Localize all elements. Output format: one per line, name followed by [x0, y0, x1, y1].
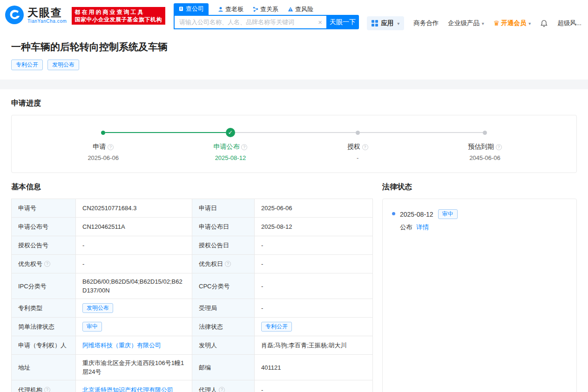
field-label: 授权公告日 — [192, 236, 255, 254]
field-label: 优先权日 ? — [192, 255, 255, 273]
step-label: 申请公布 — [213, 143, 239, 151]
info-icon[interactable]: ? — [44, 261, 50, 267]
field-label: CPC分类号 — [192, 273, 255, 299]
field-value-simple-legal-status: 审中 — [76, 318, 192, 336]
tab-search-risk[interactable]: 查风险 — [288, 5, 313, 15]
menu-item-enterprise[interactable]: 企业级产品 ▾ — [448, 19, 484, 27]
table-row: 授权公告号 - 授权公告日 - — [12, 236, 372, 255]
table-row: 优先权号 ? - 优先权日 ? - — [12, 255, 372, 273]
field-label: 简单法律状态 — [12, 318, 76, 336]
search-button[interactable]: 天眼一下 — [326, 15, 359, 29]
slogan-line-1: 都在用的商业查询工具 — [75, 8, 162, 16]
step-date: - — [357, 154, 358, 161]
table-row: 代理机构 ? 北京派特恩知识产权代理有限公司 代理人 ? - — [12, 380, 372, 392]
field-value-agency: 北京派特恩知识产权代理有限公司 — [76, 380, 192, 392]
tab-search-company[interactable]: 查公司 — [174, 3, 209, 15]
field-label: 邮编 — [192, 355, 255, 380]
bullet-icon — [392, 212, 395, 215]
info-icon[interactable]: ? — [225, 261, 231, 267]
apps-label: 应用 — [381, 19, 393, 27]
caret-down-icon: ▾ — [397, 21, 399, 26]
info-icon[interactable]: ? — [362, 144, 368, 150]
legal-status-badge: 专利公开 — [261, 322, 292, 332]
menu-label: 超级风... — [557, 19, 581, 27]
field-value-application-date: 2025-06-06 — [255, 199, 373, 217]
detail-link[interactable]: 详情 — [416, 223, 429, 232]
info-icon[interactable]: ? — [241, 144, 247, 150]
tianyancha-logo-icon — [5, 5, 24, 25]
field-label: 申请日 — [192, 199, 255, 217]
brand-domain: TianYanCha.com — [27, 19, 67, 24]
field-value-patent-type: 发明公布 — [76, 299, 192, 317]
progress-step-apply: 申请 ? 2025-06-06 — [40, 127, 167, 161]
table-row: 专利类型 发明公布 受理局 - — [12, 299, 372, 318]
notification-bell[interactable] — [540, 20, 548, 27]
field-label: 授权公告号 — [12, 236, 76, 254]
field-value-grant-date: - — [255, 236, 373, 254]
basic-info-table: 申请号 CN202510771684.3 申请日 2025-06-06 申请公布… — [11, 199, 373, 392]
menu-item-business[interactable]: 商务合作 — [413, 19, 439, 27]
step-date: 2045-06-06 — [469, 154, 500, 161]
apps-grid-icon — [372, 20, 378, 27]
legal-status-badge: 审中 — [438, 209, 458, 219]
field-value-publication-number: CN120462511A — [76, 218, 192, 236]
info-icon[interactable]: ? — [44, 387, 50, 392]
applicant-link[interactable]: 阿维塔科技（重庆）有限公司 — [82, 341, 161, 350]
field-label: 代理机构 ? — [12, 380, 76, 392]
info-icon[interactable]: ? — [108, 144, 114, 150]
brand-slogan: 都在用的商业查询工具 国家中小企业发展子基金旗下机构 — [72, 7, 166, 25]
progress-step-publication: ✓ 申请公布 ? 2025-08-12 — [167, 127, 294, 161]
tag-invention-publication: 发明公布 — [47, 60, 79, 70]
relation-icon — [253, 7, 258, 12]
tab-search-boss[interactable]: 查老板 — [218, 5, 243, 15]
menu-item-vip[interactable]: ♛ 开通会员 ▾ — [493, 19, 531, 27]
tianyancha-logo[interactable]: 天眼查 TianYanCha.com — [5, 5, 67, 25]
application-progress-timeline: 申请 ? 2025-06-06 ✓ 申请公布 ? 2025-08-12 授权 — [11, 115, 577, 173]
tab-search-relation[interactable]: 查关系 — [253, 5, 278, 15]
caret-down-icon: ▾ — [528, 21, 531, 26]
menu-label: 商务合作 — [413, 19, 439, 27]
search-input[interactable] — [175, 19, 314, 26]
main-content: 申请进度 申请 ? 2025-06-06 ✓ 申请公布 ? 2025-08-12 — [0, 99, 588, 392]
field-value-priority-number: - — [76, 255, 192, 273]
field-value-agent: - — [255, 380, 373, 392]
field-value-cpc-class: - — [255, 273, 373, 299]
clear-icon[interactable]: × — [314, 18, 326, 26]
field-value-priority-date: - — [255, 255, 373, 273]
caret-down-icon: ▾ — [482, 21, 484, 26]
tab-label: 查老板 — [225, 5, 243, 13]
progress-section-title: 申请进度 — [11, 99, 577, 108]
field-value-applicant: 阿维塔科技（重庆）有限公司 — [76, 336, 192, 354]
search-row: × 天眼一下 — [174, 15, 359, 29]
risk-icon — [288, 7, 293, 12]
info-icon[interactable]: ? — [219, 387, 225, 392]
field-label: 申请公布号 — [12, 218, 76, 236]
tab-label: 查公司 — [186, 5, 204, 13]
field-label: IPC分类号 — [12, 273, 76, 299]
field-value-accepting-office: - — [255, 299, 373, 317]
step-dot — [101, 131, 105, 135]
company-icon — [178, 6, 184, 12]
header-menu: 应用 ▾ 商务合作 企业级产品 ▾ ♛ 开通会员 ▾ 超级风... — [367, 16, 581, 30]
table-row: 地址 重庆市渝北区金开大道西段106号1幢1层24号 邮编 401121 — [12, 355, 372, 380]
legal-status-date: 2025-08-12 — [400, 211, 433, 218]
field-value-postcode: 401121 — [255, 355, 373, 380]
apps-menu[interactable]: 应用 ▾ — [367, 16, 404, 30]
slogan-line-2: 国家中小企业发展子基金旗下机构 — [75, 16, 162, 23]
table-row: 申请（专利权）人 阿维塔科技（重庆）有限公司 发明人 肖磊;马驹;李百青;王振杨… — [12, 336, 372, 355]
menu-label: 开通会员 — [501, 19, 526, 27]
step-date: 2025-08-12 — [215, 154, 246, 161]
step-label: 授权 — [347, 143, 360, 151]
menu-item-super-risk[interactable]: 超级风... — [557, 19, 581, 27]
tab-label: 查关系 — [260, 5, 278, 13]
legal-status-badge: 审中 — [82, 322, 102, 332]
progress-step-expiry: 预估到期 ? 2045-06-06 — [421, 127, 548, 161]
info-icon[interactable]: ? — [496, 144, 502, 150]
legal-status-item: 2025-08-12 审中 公布 详情 — [392, 209, 567, 232]
field-value-publication-date: 2025-08-12 — [255, 218, 373, 236]
field-label: 受理局 — [192, 299, 255, 317]
agency-link[interactable]: 北京派特恩知识产权代理有限公司 — [82, 385, 173, 392]
section-divider — [0, 80, 588, 89]
search-box: × — [174, 15, 326, 29]
field-label: 代理人 ? — [192, 380, 255, 392]
